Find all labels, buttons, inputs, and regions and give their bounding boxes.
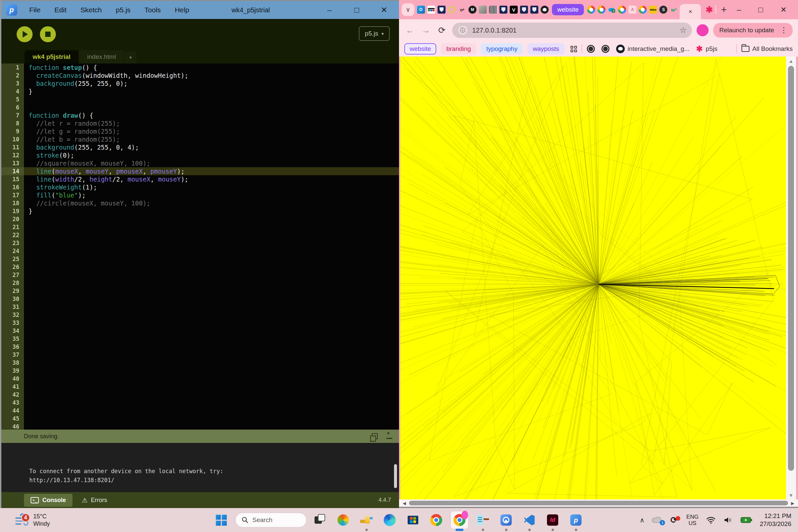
- pinned-tab-doc-grid-icon[interactable]: [427, 6, 435, 14]
- code-line[interactable]: [28, 327, 399, 335]
- bookmark-group-website[interactable]: website: [404, 43, 436, 55]
- volume-icon[interactable]: [723, 516, 733, 524]
- menu-tools[interactable]: Tools: [139, 4, 167, 16]
- tab-search-button[interactable]: ∨: [402, 3, 414, 16]
- pinned-tab-google-icon[interactable]: [597, 6, 606, 14]
- code-line[interactable]: [28, 279, 399, 287]
- start-button[interactable]: [213, 511, 231, 529]
- bookmark-globe[interactable]: [587, 45, 595, 53]
- taskbar-app-p5-app[interactable]: p: [567, 511, 585, 529]
- pinned-tab-onedrive-excel-icon[interactable]: x: [608, 6, 616, 14]
- taskbar-search[interactable]: Search: [235, 513, 307, 527]
- code-line[interactable]: [28, 375, 399, 383]
- code-line[interactable]: //square(mouseX, mouseY, 100);: [28, 159, 399, 167]
- code-line[interactable]: //let r = random(255);: [28, 119, 399, 127]
- reload-icon[interactable]: ⟳: [436, 25, 448, 36]
- code-editor[interactable]: 1234567891011121314151617181920212223242…: [1, 63, 399, 430]
- maximize-icon[interactable]: □: [351, 5, 362, 15]
- code-line[interactable]: background(255, 255, 0);: [28, 79, 399, 88]
- p5js-tab-favicon[interactable]: ✱: [706, 5, 713, 15]
- minimize-icon[interactable]: –: [737, 5, 741, 14]
- relaunch-button[interactable]: Relaunch to update ⋮: [713, 23, 793, 38]
- language-indicator[interactable]: ENG US: [686, 514, 699, 526]
- menu-edit[interactable]: Edit: [49, 4, 73, 16]
- code-line[interactable]: [28, 103, 399, 111]
- scroll-up-icon[interactable]: ▲: [789, 57, 794, 65]
- forward-icon[interactable]: →: [420, 25, 432, 36]
- minimize-icon[interactable]: –: [324, 5, 335, 15]
- apps-grid-icon[interactable]: [571, 46, 577, 52]
- code-line[interactable]: }: [28, 88, 399, 95]
- collapse-console-icon[interactable]: [386, 434, 392, 439]
- onedrive-icon[interactable]: i: [652, 516, 663, 524]
- scroll-left-icon[interactable]: ◀: [401, 501, 407, 506]
- taskbar-clock[interactable]: 12:21 PM 27/03/2026: [760, 512, 791, 528]
- console-line[interactable]: http://10.13.47.138:8201/: [29, 476, 399, 485]
- site-info-icon[interactable]: ⓘ: [457, 25, 468, 36]
- pinned-tab-lime-globe-icon[interactable]: [448, 6, 456, 14]
- code-line[interactable]: stroke(0);: [28, 151, 399, 159]
- stop-button[interactable]: [40, 26, 56, 42]
- bookmark-star-icon[interactable]: ☆: [680, 25, 687, 35]
- console-scrollbar[interactable]: [394, 464, 397, 488]
- code-line[interactable]: [28, 215, 399, 223]
- taskbar-app-photos[interactable]: [497, 511, 515, 529]
- wifi-icon[interactable]: [706, 516, 716, 524]
- pinned-tab-adobe-a-icon[interactable]: A: [628, 6, 636, 14]
- url-text[interactable]: 127.0.0.1:8201: [472, 26, 516, 34]
- tab-errors[interactable]: ⚠ Errors: [82, 496, 107, 504]
- bookmark-p5js[interactable]: ✱p5js: [696, 44, 717, 54]
- vertical-scroll-thumb[interactable]: [788, 66, 794, 471]
- code-line[interactable]: [28, 407, 399, 415]
- code-line[interactable]: [28, 231, 399, 239]
- close-icon[interactable]: ✕: [378, 5, 390, 15]
- code-line[interactable]: }: [28, 207, 399, 215]
- code-line[interactable]: [28, 423, 399, 430]
- pinned-tab-globe-s-icon[interactable]: S: [659, 6, 667, 14]
- bookmark-globe[interactable]: [602, 45, 609, 53]
- code-line[interactable]: [28, 95, 399, 103]
- code-line[interactable]: [28, 311, 399, 319]
- pinned-tab-w3schools-icon[interactable]: w³: [670, 6, 678, 14]
- taskbar-app-task-view[interactable]: [311, 511, 328, 529]
- pinned-tab-uni-crest-icon[interactable]: [499, 6, 507, 14]
- address-bar[interactable]: ⓘ 127.0.0.1:8201 ☆: [452, 23, 692, 38]
- code-line[interactable]: line(mouseX, mouseY, pmouseX, pmouseY);: [24, 167, 399, 175]
- scroll-down-icon[interactable]: ▼: [789, 491, 794, 499]
- pinned-tab-cat-photo-icon[interactable]: [479, 6, 487, 14]
- taskbar-app-chrome-active[interactable]: [451, 511, 468, 529]
- menu-kebab-icon[interactable]: ⋮: [778, 26, 790, 35]
- code-line[interactable]: [28, 367, 399, 375]
- close-icon[interactable]: ✕: [780, 5, 787, 14]
- new-tab-button[interactable]: +: [721, 4, 727, 15]
- duplicate-icon[interactable]: [372, 433, 378, 439]
- code-line[interactable]: [28, 247, 399, 255]
- menu-help[interactable]: Help: [169, 4, 195, 16]
- maximize-icon[interactable]: □: [758, 5, 763, 14]
- code-line[interactable]: strokeWeight(1);: [28, 183, 399, 191]
- menu-sketch[interactable]: Sketch: [75, 4, 108, 16]
- taskbar-app-vscode[interactable]: [521, 511, 538, 529]
- code-line[interactable]: [28, 303, 399, 311]
- pinned-tab-halftone-icon[interactable]: [489, 6, 497, 14]
- code-line[interactable]: [28, 287, 399, 295]
- bookmark-group-wayposts[interactable]: wayposts: [527, 43, 564, 55]
- code-line[interactable]: function setup() {: [28, 63, 399, 72]
- tab-overflow-caret[interactable]: ▾: [125, 52, 137, 63]
- pinned-tab-v-and-a-icon[interactable]: V: [510, 6, 518, 14]
- taskbar-app-chrome[interactable]: [428, 511, 445, 529]
- code-line[interactable]: [28, 263, 399, 271]
- code-line[interactable]: [28, 223, 399, 231]
- mode-dropdown[interactable]: p5.js ▾: [359, 26, 390, 41]
- code-line[interactable]: [28, 319, 399, 327]
- code-line[interactable]: [28, 383, 399, 391]
- taskbar-app-file-explorer[interactable]: [358, 511, 375, 529]
- tab-group-chip[interactable]: website: [552, 4, 584, 15]
- sketch-tab-index-html[interactable]: index.html: [79, 50, 124, 63]
- code-line[interactable]: [28, 295, 399, 303]
- active-tab[interactable]: ×: [680, 4, 701, 19]
- back-icon[interactable]: ←: [404, 25, 416, 36]
- vertical-scrollbar[interactable]: ▲ ▼: [786, 57, 796, 499]
- tab-close-icon[interactable]: ×: [689, 8, 692, 15]
- bookmark-interactive_media_g-[interactable]: interactive_media_g...: [616, 44, 690, 53]
